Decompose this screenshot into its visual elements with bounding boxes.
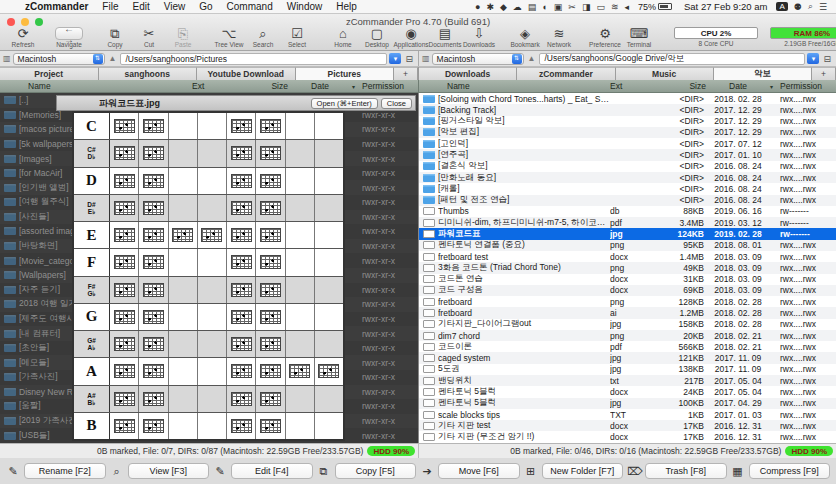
copy-button[interactable]: Copy [F5] [335, 463, 417, 479]
chat-icon[interactable]: ◐ [542, 2, 547, 12]
menu-item-command[interactable]: Command [220, 1, 280, 12]
stepper-icon[interactable]: ⇅ [93, 54, 103, 64]
file-row[interactable]: 코드이론pdf566KB2018. 02. 21rwx....rwx [419, 341, 836, 352]
file-row[interactable]: 3화음 코드톤 (Triad Chord Tone)png49KB2018. 0… [419, 262, 836, 273]
file-row[interactable]: 기타 지판 testdocx17KB2016. 12. 31rwx....rwx [419, 420, 836, 431]
file-row[interactable]: 기타지판_다이어그램outjpg158KB2018. 02. 28rwx....… [419, 319, 836, 330]
toolbar-home-button[interactable]: ⌂Home [330, 27, 356, 48]
tab-right-3[interactable]: Music [616, 67, 714, 80]
menu-item-go[interactable]: Go [192, 1, 219, 12]
menu-item-zcommander[interactable]: zCommander [18, 1, 95, 12]
airplay-icon[interactable]: ▭ [596, 2, 605, 12]
file-row[interactable]: fretboardai1.2MB2018. 02. 28rwx....rwx [419, 307, 836, 318]
file-row[interactable]: fretboardpng128KB2018. 02. 28rwx....rwx [419, 296, 836, 307]
right-path-dropdown-icon[interactable]: ▾ [807, 53, 819, 64]
toolbar-navigate-button[interactable]: ← →Navigate [56, 27, 82, 48]
file-row[interactable]: 파워코드표jpg124KB2019. 02. 28rw------- [419, 228, 836, 239]
menu-item-view[interactable]: View [157, 1, 193, 12]
menu-item-edit[interactable]: Edit [125, 1, 156, 12]
notification-center-icon[interactable]: ☰ [819, 2, 827, 12]
toolbar-copy-button[interactable]: ⧉Copy [102, 27, 128, 48]
paw-icon[interactable]: ✱ [486, 2, 494, 12]
tab-left-2[interactable]: sanghoons [99, 67, 198, 80]
file-row[interactable]: [캐롤]<DIR>2016. 08. 24rwx....rwx [419, 183, 836, 194]
cloud-icon[interactable]: ☁ [513, 2, 522, 12]
move-button[interactable]: Move [F6] [438, 463, 520, 479]
column-header-name[interactable]: Name [419, 81, 610, 91]
column-header-ext[interactable]: Ext [610, 81, 654, 91]
file-row[interactable]: 펜타토닉 연결폼 (중요)png95KB2018. 08. 01rwx....r… [419, 240, 836, 251]
wifi-icon[interactable]: ≋ [611, 2, 619, 12]
toolbar-bookmark-button[interactable]: ◈Bookmark [512, 27, 538, 48]
column-header-permission[interactable]: Permission [780, 81, 836, 91]
toolbar-cut-button[interactable]: ✂Cut [136, 27, 162, 48]
left-path-field[interactable]: /Users/sanghoons/Pictures [120, 53, 387, 65]
right-folder-history-icon[interactable]: ⊟ [821, 54, 833, 64]
screen-share-icon[interactable]: ▣ [554, 2, 563, 12]
up-directory-icon[interactable]: ▲ [526, 54, 538, 63]
rename-button[interactable]: Rename [F2] [24, 463, 106, 479]
compress-button[interactable]: Compress [F9] [749, 463, 831, 479]
file-row[interactable]: [악보 편집]<DIR>2017. 12. 29rwx....rwx [419, 127, 836, 138]
column-header-name[interactable]: Name [0, 81, 192, 91]
shield-icon[interactable]: ◆ [500, 2, 507, 12]
tab-right-2[interactable]: zCommander [517, 67, 615, 80]
menu-item-help[interactable]: Help [329, 1, 364, 12]
file-row[interactable]: 밴딩위치txt217B2017. 05. 04rwx....rwx [419, 375, 836, 386]
left-disk-select[interactable]: Macintosh⇅ [13, 53, 105, 65]
column-header-permission[interactable]: Permission [362, 81, 418, 91]
toolbar-applications-button[interactable]: ◉Applications [398, 27, 424, 48]
column-header-date[interactable]: Date [288, 81, 352, 91]
column-header-date[interactable]: Date [706, 81, 770, 91]
toolbar-terminal-button[interactable]: ⌨Terminal [626, 27, 652, 48]
file-row[interactable]: Thumbsdb88KB2019. 06. 16rw------- [419, 206, 836, 217]
file-row[interactable]: fretboard testdocx1.4MB2018. 03. 09rwx..… [419, 251, 836, 262]
notification-dot-icon[interactable]: ● [475, 2, 480, 12]
tab-right-4[interactable]: 악보 [714, 67, 812, 80]
toolbar-desktop-button[interactable]: ▢Desktop [364, 27, 390, 48]
new-tab-button[interactable]: + [394, 67, 418, 80]
view-button[interactable]: View [F3] [128, 463, 210, 479]
spotlight-search-icon[interactable]: ⌕ [808, 1, 813, 12]
tab-left-4[interactable]: Pictures [296, 67, 395, 80]
navigate-arrows[interactable]: ← → [55, 27, 83, 40]
file-row[interactable]: [연주곡]<DIR>2017. 01. 10rwx....rwx [419, 149, 836, 160]
toolbar-refresh-button[interactable]: ⟳Refresh [10, 27, 36, 48]
menu-item-file[interactable]: File [95, 1, 125, 12]
toolbar-documents-button[interactable]: ▤Documents [432, 27, 458, 48]
stepper-icon[interactable]: ⇅ [512, 54, 522, 64]
up-directory-icon[interactable]: ▲ [107, 54, 119, 63]
file-row[interactable]: [Soloing with Chord Tones...harts) _ Eat… [419, 93, 836, 104]
file-row[interactable]: 펜타토닉 5블럭docx24KB2017. 05. 04rwx....rwx [419, 386, 836, 397]
file-row[interactable]: caged systemjpg121KB2017. 11. 09rwx....r… [419, 352, 836, 363]
file-row[interactable]: [Backing Track]<DIR>2017. 12. 29rwx....r… [419, 104, 836, 115]
column-header-size[interactable]: Size [654, 81, 706, 91]
file-row[interactable]: [결혼식 악보]<DIR>2016. 08. 24rwx....rwx [419, 161, 836, 172]
column-header-size[interactable]: Size [236, 81, 288, 91]
right-path-field[interactable]: /Users/sanghoons/Google Drive/악보 [539, 53, 805, 65]
file-row[interactable]: 5도권jpg138KB2017. 11. 09rwx....rwx [419, 364, 836, 375]
toolbar-select-button[interactable]: ☑Select [284, 27, 310, 48]
file-row[interactable]: dim7 chordpng20KB2018. 02. 21rwx....rwx [419, 330, 836, 341]
file-row[interactable]: [패턴 및 전조 연습]<DIR>2016. 08. 24rwx....rwx [419, 195, 836, 206]
scissors-icon[interactable]: ✂ [568, 2, 576, 12]
toolbar-tree-view-button[interactable]: ⌥Tree View [216, 27, 242, 48]
file-row[interactable]: 기타 지판 (무조건 암기 !!)docx17KB2016. 12. 31rwx… [419, 431, 836, 442]
file-row[interactable]: 펜타토닉 5블럭jpg100KB2017. 04. 29rwx....rwx [419, 398, 836, 409]
input-source-icon[interactable]: A [776, 2, 787, 11]
toolbar-network-button[interactable]: ≋Network [546, 27, 572, 48]
left-folder-history-icon[interactable]: ⊟ [403, 54, 415, 64]
user-icon[interactable]: ⚉ [794, 2, 802, 12]
tab-left-1[interactable]: Project [0, 67, 99, 80]
tab-right-1[interactable]: Downloads [419, 67, 517, 80]
file-row[interactable]: 코드톤 연습docx31KB2018. 03. 09rwx....rwx [419, 274, 836, 285]
left-path-dropdown-icon[interactable]: ▾ [389, 53, 401, 64]
file-row[interactable]: 디미니쉬-dim, 하프디미니쉬-m7-5, 하이코드의 원리pdf3.4MB2… [419, 217, 836, 228]
column-header-ext[interactable]: Ext [192, 81, 236, 91]
file-row[interactable]: scale blocks tipsTXT1KB2017. 01. 03rwx..… [419, 409, 836, 420]
menu-item-window[interactable]: Window [280, 1, 330, 12]
toolbar-preference-button[interactable]: ⚙Preference [592, 27, 618, 48]
code-icon[interactable]: ◨ [582, 2, 591, 12]
menubar-clock[interactable]: Sat 27 Feb 9:20 am [684, 1, 767, 12]
file-row[interactable]: [고인덕]<DIR>2017. 07. 12rwx....rwx [419, 138, 836, 149]
